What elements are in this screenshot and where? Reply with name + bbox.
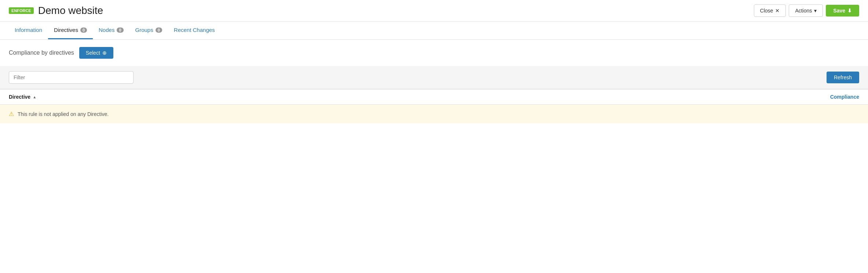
page-header: Enforce Demo website Close ✕ Actions ▾ S… xyxy=(0,0,868,22)
tab-nodes-badge: 0 xyxy=(117,28,123,33)
tab-directives-label: Directives xyxy=(54,27,78,33)
save-label: Save xyxy=(833,8,845,14)
header-left: Enforce Demo website xyxy=(9,5,103,17)
select-button[interactable]: Select ⊕ xyxy=(79,47,113,59)
filter-input[interactable] xyxy=(9,71,134,84)
close-label: Close xyxy=(760,8,773,14)
tab-directives[interactable]: Directives 0 xyxy=(48,22,93,39)
table-header: Directive ▲ Compliance xyxy=(0,90,868,105)
close-button[interactable]: Close ✕ xyxy=(754,4,786,17)
actions-button[interactable]: Actions ▾ xyxy=(789,4,823,17)
chevron-down-icon: ▾ xyxy=(814,8,817,14)
enforce-badge: Enforce xyxy=(9,7,34,14)
close-icon: ✕ xyxy=(775,8,780,14)
tab-recent-changes[interactable]: Recent Changes xyxy=(168,22,221,39)
plus-icon: ⊕ xyxy=(102,50,107,56)
no-directive-warning: ⚠ This rule is not applied on any Direct… xyxy=(0,105,868,123)
tab-groups[interactable]: Groups 0 xyxy=(130,22,168,39)
tab-bar: Information Directives 0 Nodes 0 Groups … xyxy=(0,22,868,40)
compliance-header: Compliance by directives Select ⊕ xyxy=(9,47,859,59)
warning-message: This rule is not applied on any Directiv… xyxy=(18,111,109,117)
tab-groups-badge: 0 xyxy=(156,28,162,33)
tab-recent-changes-label: Recent Changes xyxy=(174,27,215,33)
save-button[interactable]: Save ⬇ xyxy=(826,5,859,17)
header-right: Close ✕ Actions ▾ Save ⬇ xyxy=(754,4,859,17)
sort-asc-icon: ▲ xyxy=(33,95,36,99)
select-label: Select xyxy=(86,50,100,56)
tab-nodes[interactable]: Nodes 0 xyxy=(93,22,129,39)
tab-information[interactable]: Information xyxy=(9,22,48,39)
tab-information-label: Information xyxy=(15,27,42,33)
tab-groups-label: Groups xyxy=(135,27,153,33)
page-title: Demo website xyxy=(38,5,103,17)
actions-label: Actions xyxy=(795,8,812,14)
refresh-label: Refresh xyxy=(834,74,852,80)
compliance-label: Compliance by directives xyxy=(9,50,74,56)
col-compliance-header[interactable]: Compliance xyxy=(786,94,859,100)
content-area: Compliance by directives Select ⊕ xyxy=(0,40,868,59)
warning-icon: ⚠ xyxy=(9,110,14,117)
col-directive-header[interactable]: Directive ▲ xyxy=(9,94,786,100)
tab-nodes-label: Nodes xyxy=(99,27,114,33)
directives-table: Directive ▲ Compliance ⚠ This rule is no… xyxy=(0,89,868,123)
download-icon: ⬇ xyxy=(847,8,852,14)
tab-directives-badge: 0 xyxy=(80,28,87,33)
refresh-button[interactable]: Refresh xyxy=(827,72,859,83)
directive-col-label: Directive xyxy=(9,94,30,100)
filter-bar: Refresh xyxy=(0,66,868,89)
